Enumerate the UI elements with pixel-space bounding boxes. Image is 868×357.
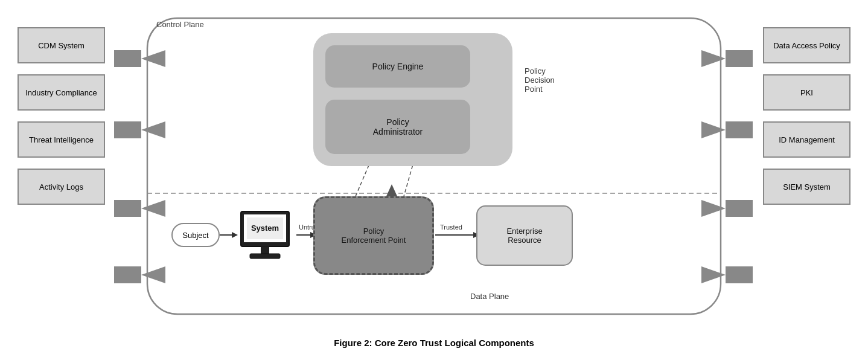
subject-label: Subject: [182, 231, 208, 240]
subject-box: Subject: [171, 223, 220, 247]
policy-admin-label: PolicyAdministrator: [373, 117, 423, 137]
industry-compliance-label: Industry Compliance: [25, 88, 97, 97]
cdm-system-label: CDM System: [38, 41, 85, 50]
activity-logs-box: Activity Logs: [18, 169, 105, 205]
svg-marker-13: [141, 200, 165, 217]
id-management-label: ID Management: [779, 135, 835, 144]
pki-label: PKI: [800, 88, 813, 97]
control-plane-label: Control Plane: [156, 20, 204, 29]
data-plane-label: Data Plane: [470, 292, 509, 301]
siem-system-label: SIEM System: [783, 182, 831, 191]
data-access-policy-label: Data Access Policy: [773, 41, 840, 50]
svg-marker-17: [701, 200, 726, 217]
policy-admin-box: PolicyAdministrator: [325, 100, 470, 154]
data-access-policy-box: Data Access Policy: [763, 27, 850, 63]
policy-engine-box: Policy Engine: [325, 45, 470, 88]
svg-text:System: System: [251, 224, 279, 233]
activity-logs-label: Activity Logs: [39, 182, 83, 191]
svg-marker-12: [141, 121, 165, 138]
pdp-label: PolicyDecisionPoint: [525, 66, 555, 94]
id-management-box: ID Management: [763, 121, 850, 158]
system-box: System: [235, 205, 295, 272]
svg-marker-15: [701, 50, 726, 67]
cdm-system-box: CDM System: [18, 27, 105, 63]
svg-marker-18: [701, 266, 726, 283]
siem-system-box: SIEM System: [763, 169, 850, 205]
svg-marker-14: [141, 266, 165, 283]
svg-rect-22: [261, 246, 269, 254]
threat-intelligence-label: Threat Intelligence: [29, 135, 94, 144]
pki-box: PKI: [763, 74, 850, 111]
policy-engine-label: Policy Engine: [372, 62, 424, 71]
threat-intelligence-box: Threat Intelligence: [18, 121, 105, 158]
computer-icon: System: [238, 208, 292, 269]
left-column: CDM System Industry Compliance Threat In…: [18, 27, 105, 205]
figure-caption: Figure 2: Core Zero Trust Logical Compon…: [334, 338, 534, 348]
svg-marker-16: [701, 121, 726, 138]
industry-compliance-box: Industry Compliance: [18, 74, 105, 111]
svg-marker-4: [386, 184, 398, 198]
svg-rect-23: [250, 254, 280, 259]
pep-label: PolicyEnforcement Point: [342, 227, 406, 245]
enterprise-resource-box: EnterpriseResource: [476, 205, 573, 266]
trusted-label: Trusted: [440, 224, 462, 231]
right-column: Data Access Policy PKI ID Management SIE…: [763, 27, 850, 205]
enterprise-resource-label: EnterpriseResource: [506, 227, 542, 245]
svg-marker-11: [141, 50, 165, 67]
pep-box: PolicyEnforcement Point: [313, 196, 434, 275]
diagram-container: Untrusted Trusted CDM Syste: [18, 9, 850, 335]
